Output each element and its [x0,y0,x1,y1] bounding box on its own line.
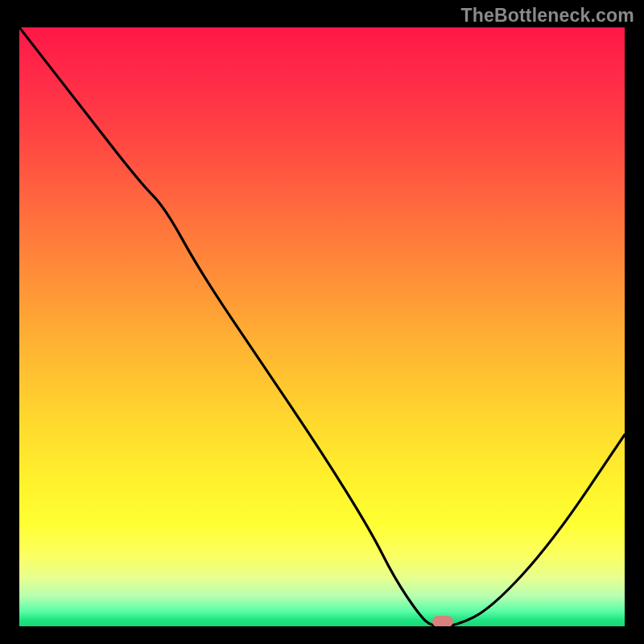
curve-layer [19,27,625,626]
attribution-watermark: TheBottleneck.com [460,5,634,27]
optimum-marker [432,616,453,626]
bottleneck-curve-path [19,27,625,626]
chart-frame: TheBottleneck.com [0,0,644,644]
plot-area [19,27,625,626]
